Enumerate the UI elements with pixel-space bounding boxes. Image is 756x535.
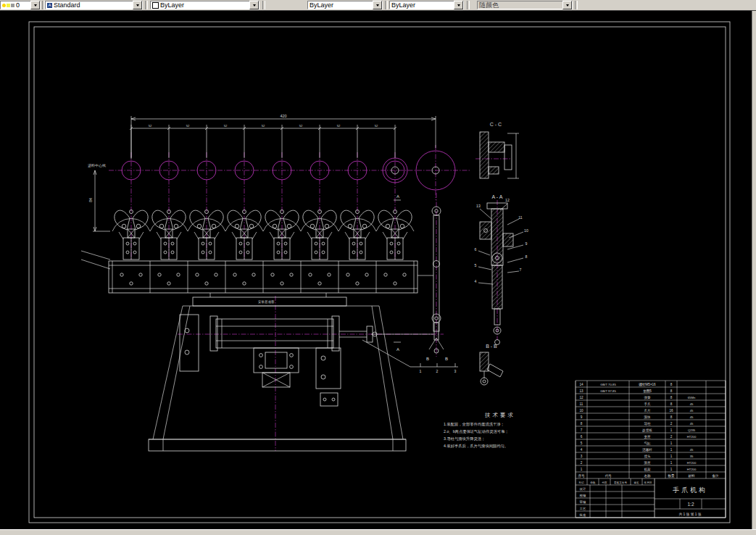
svg-text:数量: 数量 bbox=[668, 474, 675, 478]
svg-text:52: 52 bbox=[262, 124, 265, 128]
text-style-combo[interactable]: A Standard bbox=[45, 1, 143, 9]
linetype-combo-value: ByLayer bbox=[308, 1, 373, 9]
feed-centerline-label: 进料中心线 bbox=[88, 163, 106, 168]
svg-text:接头: 接头 bbox=[644, 455, 651, 458]
svg-text:2: 2 bbox=[581, 461, 583, 465]
svg-text:爪片: 爪片 bbox=[644, 409, 651, 413]
svg-text:8: 8 bbox=[526, 254, 528, 259]
section-label-bb: B - B bbox=[486, 344, 497, 349]
svg-text:1: 1 bbox=[670, 448, 673, 452]
plot-style-value: 随颜色 bbox=[478, 1, 562, 9]
section-letter-a-bottom: A bbox=[396, 347, 399, 352]
text-style-icon: A bbox=[47, 3, 52, 8]
toolbar-separator bbox=[262, 1, 265, 9]
svg-text:更改文件号: 更改文件号 bbox=[614, 481, 627, 484]
color-combo[interactable]: ByLayer bbox=[150, 1, 259, 9]
svg-text:HT200: HT200 bbox=[687, 435, 697, 439]
svg-text:8: 8 bbox=[670, 389, 673, 393]
svg-text:HT200: HT200 bbox=[687, 468, 697, 471]
svg-text:52: 52 bbox=[375, 124, 378, 128]
svg-text:1: 1 bbox=[670, 468, 673, 471]
chevron-down-icon[interactable] bbox=[373, 1, 382, 9]
svg-text:13: 13 bbox=[579, 389, 583, 393]
svg-text:4.装好手爪后，爪片与滑块间隙均匀。: 4.装好手爪后，爪片与滑块间隙均匀。 bbox=[444, 444, 508, 449]
svg-text:11: 11 bbox=[518, 215, 522, 220]
chevron-down-icon[interactable] bbox=[454, 1, 463, 9]
svg-text:校核: 校核 bbox=[580, 494, 586, 497]
svg-text:6: 6 bbox=[581, 435, 583, 439]
section-label-aa: A - A bbox=[492, 194, 503, 199]
dimension-overall: 420 bbox=[280, 114, 286, 118]
svg-text:8: 8 bbox=[670, 396, 673, 399]
svg-text:9: 9 bbox=[581, 415, 583, 419]
horizontal-scrollbar[interactable] bbox=[0, 529, 756, 535]
svg-text:52: 52 bbox=[337, 124, 341, 128]
svg-text:4: 4 bbox=[475, 279, 477, 283]
svg-text:导柱: 导柱 bbox=[644, 422, 651, 426]
drawing-geometry: 52525252525252123456789101112131.装配前，全部零… bbox=[29, 22, 730, 523]
dimension-height: 84 bbox=[88, 198, 93, 202]
section-letter-a-top: A bbox=[396, 194, 399, 199]
svg-text:GB/T 97-85: GB/T 97-85 bbox=[600, 389, 616, 393]
title-block-scale: 1:2 bbox=[687, 502, 694, 507]
svg-text:连接板: 连接板 bbox=[642, 428, 652, 432]
lineweight-combo[interactable]: ByLayer bbox=[389, 1, 464, 9]
svg-text:滑座: 滑座 bbox=[643, 461, 651, 465]
svg-text:年月日: 年月日 bbox=[644, 481, 652, 484]
tech-requirements-title: 技术要求 bbox=[484, 412, 515, 418]
svg-text:45: 45 bbox=[690, 422, 694, 426]
svg-text:滑块: 滑块 bbox=[643, 415, 651, 419]
layer-combo-value: 0 bbox=[14, 1, 30, 9]
svg-text:52: 52 bbox=[224, 124, 228, 128]
svg-text:2: 2 bbox=[670, 422, 673, 426]
svg-text:12: 12 bbox=[505, 198, 510, 202]
drawing-canvas[interactable]: 52525252525252123456789101112131.装配前，全部零… bbox=[0, 10, 752, 530]
chevron-down-icon[interactable] bbox=[249, 1, 259, 9]
svg-text:分区: 分区 bbox=[602, 481, 607, 484]
svg-text:手爪: 手爪 bbox=[644, 402, 651, 406]
svg-text:11: 11 bbox=[580, 402, 583, 406]
svg-text:3: 3 bbox=[581, 455, 583, 458]
svg-text:5: 5 bbox=[581, 441, 583, 445]
svg-text:1: 1 bbox=[670, 441, 673, 445]
svg-text:10: 10 bbox=[524, 228, 528, 233]
svg-text:16: 16 bbox=[669, 409, 673, 412]
toolbar-separator bbox=[575, 1, 578, 9]
title-block-drawing-name: 手爪机构 bbox=[673, 486, 707, 494]
svg-text:10: 10 bbox=[579, 409, 583, 412]
datum-label: 安装基准面 bbox=[258, 300, 275, 304]
svg-text:6: 6 bbox=[475, 247, 477, 252]
svg-text:2.o、b两点要保证气缸动作灵活可靠；: 2.o、b两点要保证气缸动作灵活可靠； bbox=[444, 429, 509, 434]
layer-combo[interactable]: 0 bbox=[0, 1, 41, 9]
svg-text:45: 45 bbox=[690, 409, 694, 412]
svg-text:65Mn: 65Mn bbox=[688, 396, 696, 399]
layer-freeze-icon bbox=[7, 4, 10, 7]
svg-text:7: 7 bbox=[581, 428, 583, 432]
svg-text:45: 45 bbox=[690, 402, 694, 406]
svg-text:3: 3 bbox=[454, 369, 457, 373]
vertical-scrollbar[interactable] bbox=[752, 10, 756, 530]
svg-text:处数: 处数 bbox=[590, 481, 596, 484]
chevron-down-icon[interactable] bbox=[30, 1, 40, 9]
svg-text:13: 13 bbox=[476, 204, 481, 208]
svg-text:12: 12 bbox=[579, 396, 583, 399]
svg-text:52: 52 bbox=[186, 124, 190, 128]
svg-text:支座: 支座 bbox=[644, 435, 651, 439]
svg-text:1.装配前，全部零件均需清洗干净；: 1.装配前，全部零件均需清洗干净； bbox=[444, 422, 504, 427]
svg-text:4: 4 bbox=[581, 448, 583, 452]
svg-text:设计: 设计 bbox=[580, 487, 586, 491]
svg-text:GB/T 70-85: GB/T 70-85 bbox=[600, 383, 616, 386]
svg-text:材料: 材料 bbox=[687, 474, 695, 478]
linetype-combo[interactable]: ByLayer bbox=[307, 1, 383, 9]
svg-text:垫圈5: 垫圈5 bbox=[643, 389, 652, 393]
svg-text:签名: 签名 bbox=[634, 481, 639, 484]
svg-text:8: 8 bbox=[670, 415, 673, 419]
svg-text:备注: 备注 bbox=[712, 474, 719, 478]
chevron-down-icon bbox=[562, 1, 572, 9]
svg-text:45: 45 bbox=[690, 448, 694, 452]
svg-text:工艺: 工艺 bbox=[580, 507, 586, 510]
chevron-down-icon[interactable] bbox=[133, 1, 142, 9]
svg-text:1: 1 bbox=[670, 461, 673, 465]
section-letter-b-right: B bbox=[445, 357, 448, 361]
svg-text:弹簧: 弹簧 bbox=[644, 395, 651, 400]
